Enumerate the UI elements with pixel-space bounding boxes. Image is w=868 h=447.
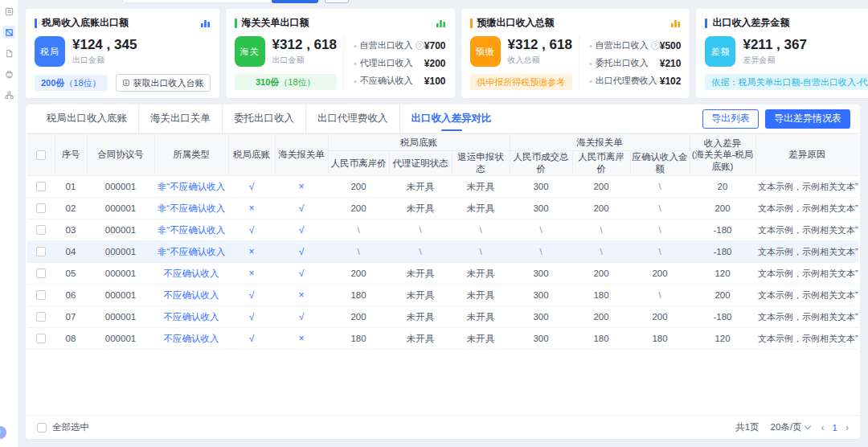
row-contract-no: 000001 — [87, 241, 154, 263]
row-select-cell[interactable] — [27, 328, 55, 350]
row-type-link[interactable]: 不应确认收入 — [154, 328, 228, 350]
panel-footer: 全部选中 共1页 20条/页 ‹ 1 › — [26, 415, 860, 439]
row-confirm-amount: 200 — [630, 263, 690, 285]
row-checkbox[interactable] — [36, 269, 46, 278]
fetch-icon — [122, 79, 130, 87]
row-type-link[interactable]: 非“不应确认收入 — [154, 176, 228, 198]
accent-bar — [705, 18, 707, 28]
query-button[interactable] — [272, 0, 318, 3]
row-checkbox[interactable] — [36, 182, 46, 191]
row-diff-reason: 文本示例，示例相关文本”文本“相关示例文... — [755, 328, 858, 350]
tab-export-agency-fee-income[interactable]: 出口代理费收入 — [305, 105, 399, 133]
amount-label: 收入总额 — [508, 55, 572, 66]
col-return-declare-status: 退运申报状态 — [452, 151, 510, 176]
row-customs-total-price: 300 — [510, 306, 572, 328]
print-icon[interactable] — [2, 68, 15, 80]
row-checkbox[interactable] — [36, 247, 46, 256]
col-tax-fob: 人民币离岸价 — [328, 151, 389, 176]
row-select-cell[interactable] — [27, 306, 55, 328]
tab-export-income-diff-compare[interactable]: 出口收入差异对比 — [399, 105, 503, 133]
col-type: 所属类型 — [154, 134, 228, 176]
row-confirm-amount: \ — [630, 219, 690, 241]
row-type-link[interactable]: 不应确认收入 — [154, 306, 228, 328]
tab-tax-export-ledger[interactable]: 税局出口收入底账 — [35, 105, 138, 133]
reset-button[interactable] — [325, 0, 349, 3]
row-select-cell[interactable] — [27, 219, 55, 241]
col-contract: 合同协议号 — [87, 134, 154, 176]
row-select-cell[interactable] — [27, 241, 55, 263]
row-type-link[interactable]: 非“不应确认收入 — [154, 241, 228, 263]
tab-entrusted-export-income[interactable]: 委托出口收入 — [222, 105, 305, 133]
org-icon[interactable] — [2, 88, 15, 101]
row-checkbox[interactable] — [36, 312, 46, 322]
main-area: 税局收入底账出口额 税局 ¥124 , 345 出口金额 — [18, 0, 868, 447]
header-checkbox[interactable] — [36, 150, 46, 160]
row-agent-cert-status: 未开具 — [389, 176, 452, 198]
bar-chart-icon[interactable] — [200, 18, 211, 28]
diff-compare-table: 序号 合同协议号 所属类型 税局底账 海关报关单 税局底账 海关报关单 收入差异… — [27, 133, 858, 350]
file-icon[interactable] — [2, 47, 15, 59]
row-contract-no: 000001 — [87, 285, 154, 306]
bar-chart-icon[interactable] — [670, 18, 681, 28]
row-checkbox[interactable] — [36, 203, 46, 213]
export-list-button[interactable]: 导出列表 — [702, 109, 759, 129]
row-select-cell[interactable] — [27, 263, 55, 285]
col-customs-declaration: 海关报关单 — [275, 134, 328, 176]
prev-page-button[interactable]: ‹ — [821, 422, 825, 433]
bar-chart-icon[interactable] — [436, 18, 446, 28]
table-row: 02000001非“不应确认收入×√200未开具未开具300200\200文本示… — [27, 198, 858, 219]
row-tax-fob: \ — [328, 241, 389, 263]
total-pages-label: 共1页 — [735, 421, 759, 433]
info-icon[interactable]: ? — [416, 41, 424, 50]
row-checkbox[interactable] — [36, 290, 46, 300]
amount-label: 出口金额 — [72, 55, 137, 66]
select-all-checkbox[interactable] — [37, 423, 47, 433]
card-title: 税局收入底账出口额 — [42, 16, 129, 30]
export-diff-report-button[interactable]: 导出差异情况表 — [765, 109, 850, 129]
tab-customs-export-declaration[interactable]: 海关出口关单 — [138, 105, 222, 133]
row-type-link[interactable]: 不应确认收入 — [154, 263, 228, 285]
table-row: 07000001不应确认收入√√200未开具未开具300200200-180文本… — [27, 306, 858, 328]
row-diff-reason: 文本示例，示例相关文本”文本“相关示例文... — [755, 176, 858, 198]
page-size-select[interactable]: 20条/页 — [771, 421, 810, 433]
row-customs-declaration-mark: √ — [275, 241, 328, 263]
amount-value: ¥312 , 618 — [272, 37, 337, 53]
current-page[interactable]: 1 — [833, 423, 837, 433]
row-agent-cert-status: \ — [389, 241, 452, 263]
row-type-link[interactable]: 不应确认收入 — [154, 285, 228, 306]
bullet-item: •自营出口收入?¥500 — [589, 39, 682, 51]
row-income-diff: -180 — [690, 241, 755, 263]
row-checkbox[interactable] — [36, 334, 46, 343]
row-type-link[interactable]: 非“不应确认收入 — [154, 198, 228, 219]
col-index: 序号 — [55, 134, 87, 176]
next-page-button[interactable]: › — [845, 422, 849, 433]
row-select-cell[interactable] — [27, 176, 55, 198]
row-tax-ledger-mark: √ — [228, 219, 275, 241]
row-tax-fob: 200 — [328, 263, 389, 285]
row-customs-total-price: 300 — [510, 263, 572, 285]
row-select-cell[interactable] — [27, 198, 55, 219]
select-all-header-cell[interactable] — [27, 134, 55, 176]
amount-label: 出口金额 — [272, 55, 337, 66]
row-return-declare-status: 未开具 — [452, 328, 510, 350]
row-customs-total-price: \ — [510, 241, 572, 263]
row-confirm-amount: 200 — [630, 306, 690, 328]
ledger-icon[interactable] — [2, 26, 15, 39]
col-diff-reason: 差异原因 — [755, 134, 858, 176]
row-customs-total-price: 300 — [510, 176, 572, 198]
row-confirm-amount: \ — [630, 198, 690, 219]
info-icon[interactable]: ? — [651, 41, 660, 50]
form-icon[interactable] — [2, 5, 15, 18]
row-tax-ledger-mark: √ — [228, 176, 275, 198]
fetch-export-ledger-button[interactable]: 获取出口收入台账 — [116, 74, 211, 92]
row-income-diff: 120 — [690, 263, 755, 285]
row-select-cell[interactable] — [27, 285, 55, 306]
tab-bar: 税局出口收入底账 海关出口关单 委托出口收入 出口代理费收入 出口收入差异对比 — [35, 105, 503, 133]
row-index: 06 — [55, 285, 87, 306]
panel-header: 税局出口收入底账 海关出口关单 委托出口收入 出口代理费收入 出口收入差异对比 … — [26, 105, 860, 133]
row-customs-total-price: 300 — [510, 328, 572, 350]
row-agent-cert-status: 未开具 — [389, 285, 452, 306]
row-type-link[interactable]: 非“不应确认收入 — [154, 219, 228, 241]
row-checkbox[interactable] — [36, 225, 46, 235]
search-input[interactable] — [122, 0, 283, 3]
